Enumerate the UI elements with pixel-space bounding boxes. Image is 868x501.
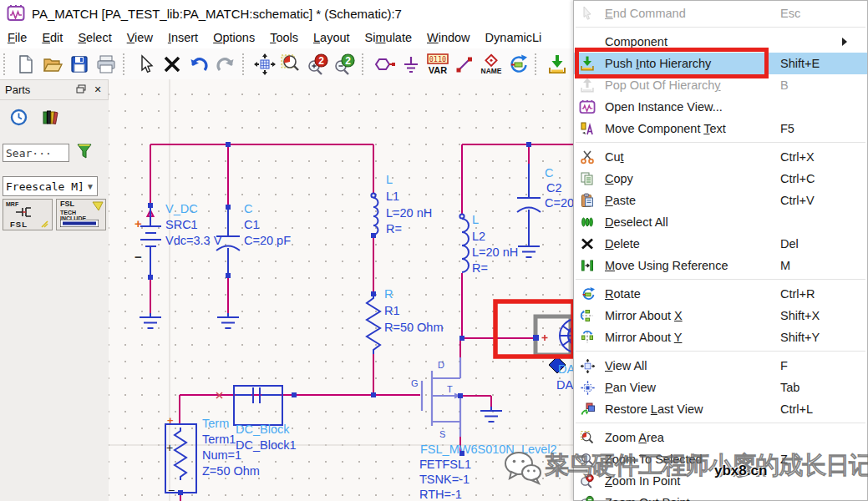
library-select[interactable]: Freescale M] ▼ (3, 176, 98, 196)
menu-item-mirror-about-x[interactable]: Mirror About X Shift+X (574, 305, 867, 326)
zoom-area-icon (578, 429, 596, 446)
schematic-view-icon (578, 99, 596, 115)
zoom-in-2x-icon[interactable]: 2 (306, 52, 331, 77)
menu-item-zoom-to-selected[interactable]: Zoom To Selected Z (574, 448, 867, 470)
menu-item-deselect-all[interactable]: Deselect All (574, 211, 867, 233)
menu-insert[interactable]: Insert (160, 29, 206, 46)
component-c2[interactable]: C C2 C=20 (517, 164, 573, 242)
component-param-label: L=20 nH (386, 206, 432, 220)
toolbar-grip (3, 53, 9, 75)
menu-dynamiclink[interactable]: DynamicLi (478, 29, 550, 46)
component-type-label: C (244, 202, 252, 215)
menu-layout[interactable]: Layout (306, 29, 358, 46)
menu-item-view-all[interactable]: View All F (574, 355, 867, 377)
component-load-circle[interactable] (536, 316, 573, 355)
component-name-label: FETFSL1 (419, 458, 471, 471)
component-vdc-source[interactable]: + − V_DC SRC1 Vdc=3.3 V (135, 202, 222, 277)
menu-separator (576, 351, 865, 352)
rotate-icon[interactable] (505, 52, 530, 77)
menu-simulate[interactable]: Simulate (358, 29, 419, 46)
var-icon[interactable]: 0110VAR (425, 52, 450, 77)
menu-item-delete[interactable]: Delete Del (574, 233, 867, 255)
menu-item-component[interactable]: Component (574, 31, 867, 53)
menu-item-mirror-about-y[interactable]: Mirror About Y Shift+Y (574, 326, 867, 348)
name-icon[interactable]: NAME (479, 52, 504, 77)
zoom-out-2x-icon[interactable]: 2 (332, 52, 358, 77)
mirror-x-icon (578, 307, 596, 324)
undo-icon[interactable] (186, 52, 211, 77)
schematic-canvas[interactable]: .w{stroke:#c2006e;stroke-width:2;fill:no… (109, 79, 573, 501)
menu-item-push-into-hierarchy[interactable]: Push Into Hierarchy Shift+E (574, 53, 867, 74)
plus-sign: + (167, 414, 174, 427)
component-r1[interactable]: R R1 R=50 Ohm (367, 287, 444, 354)
menu-item-zoom-in-point[interactable]: Zoom In Point (574, 470, 867, 492)
menu-item-pop-out-of-hierarchy[interactable]: Pop Out Of Hierarchy B (574, 74, 867, 96)
component-param-label: TSNK=-1 (419, 473, 470, 486)
window-title: PA_MATCH [PA_TEST_lib:PA_MATCH:schematic… (32, 7, 402, 21)
component-l2[interactable]: L L2 L=20 nH R= (459, 213, 518, 275)
menu-item-move-component-text[interactable]: Move Component Text F5 (574, 118, 867, 139)
component-fet[interactable]: D G T S FSL_MW6S010N_Level2 FETFSL1 TSNK… (411, 357, 557, 501)
component-type-label: DC_Block (236, 423, 290, 436)
filter-funnel-icon[interactable] (77, 143, 92, 163)
menu-edit[interactable]: Edit (34, 29, 70, 46)
menu-separator (576, 279, 865, 280)
new-document-icon[interactable] (13, 52, 38, 77)
plus-sign: + (166, 441, 173, 454)
menu-separator (576, 27, 865, 28)
pointer-icon[interactable] (133, 52, 158, 77)
move-reference-icon (578, 257, 596, 274)
mirror-y-icon (578, 329, 596, 346)
menu-item-open-instance-view[interactable]: Open Instance View... (574, 96, 867, 118)
float-panel-icon[interactable] (74, 84, 88, 96)
component-param-label: R= (386, 222, 402, 235)
toolbar-separator (123, 53, 129, 75)
menu-item-restore-last-view[interactable]: Restore Last View Ctrl+L (574, 398, 867, 420)
fet-pin-t-label: T (447, 384, 453, 394)
zoom-area-icon[interactable] (279, 52, 304, 77)
pan-view-icon (578, 379, 596, 396)
menu-select[interactable]: Select (70, 29, 119, 46)
recent-parts-icon[interactable] (10, 109, 28, 129)
schematic-window-icon (7, 4, 25, 23)
chevron-down-icon: ▼ (84, 182, 97, 191)
menu-item-paste[interactable]: Paste Ctrl+V (574, 190, 867, 211)
wire-icon[interactable] (452, 52, 477, 77)
component-name-label: Term1 (202, 433, 236, 446)
menu-item-move-using-reference[interactable]: Move Using Reference M (574, 255, 867, 276)
toolbar-separator (242, 53, 248, 75)
pan-icon[interactable] (252, 52, 277, 77)
menu-file[interactable]: File (0, 29, 34, 46)
open-folder-icon[interactable] (40, 52, 65, 77)
close-panel-icon[interactable]: ✕ (91, 84, 104, 96)
menu-options[interactable]: Options (206, 29, 262, 46)
delete-icon[interactable] (160, 52, 185, 77)
menu-item-pan-view[interactable]: Pan View Tab (574, 377, 867, 398)
component-name-label: C2 (546, 181, 562, 195)
minus-sign: − (168, 483, 175, 497)
library-browser-icon[interactable] (41, 109, 59, 129)
part-thumbnail-fsl-tech-include[interactable]: FSL TECH INCLUDE (56, 199, 106, 230)
part-thumbnail-mrf-fsl[interactable]: MRF FSL (3, 199, 53, 230)
component-param-label: R=50 Ohm (384, 321, 444, 334)
parts-search-input[interactable] (3, 144, 69, 162)
menu-item-rotate[interactable]: Rotate Ctrl+R (574, 283, 867, 305)
component-name-label: R1 (384, 304, 400, 317)
menu-window[interactable]: Window (419, 29, 478, 46)
component-l1[interactable]: L L1 L=20 nH R= (371, 173, 432, 235)
menu-item-zoom-out-point[interactable]: Zoom Out Point (574, 492, 867, 501)
menu-item-zoom-area[interactable]: Zoom Area (574, 427, 867, 448)
menu-item-end-command[interactable]: End Command Esc (574, 3, 867, 24)
push-into-hierarchy-icon[interactable] (545, 52, 570, 77)
menu-tools[interactable]: Tools (262, 29, 306, 46)
delete-x-icon (578, 235, 596, 252)
save-icon[interactable] (67, 52, 92, 77)
component-c1[interactable]: C C1 C=20 pF (216, 202, 291, 276)
menu-item-copy[interactable]: Copy Ctrl+C (574, 168, 867, 190)
ground-icon[interactable] (398, 52, 424, 77)
print-icon[interactable] (94, 52, 119, 77)
redo-icon[interactable] (213, 52, 238, 77)
menu-view[interactable]: View (119, 29, 160, 46)
menu-item-cut[interactable]: Cut Ctrl+X (574, 146, 867, 168)
port-icon[interactable] (372, 52, 397, 77)
